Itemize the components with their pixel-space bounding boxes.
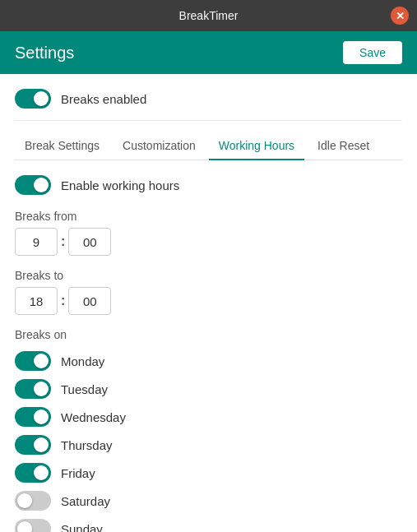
breaks-from-group: Breaks from : xyxy=(15,210,402,256)
breaks-on-label: Breaks on xyxy=(15,328,402,341)
breaks-from-inputs: : xyxy=(15,228,402,256)
time-colon-2: : xyxy=(61,294,65,308)
thursday-toggle[interactable] xyxy=(15,435,51,455)
breaks-to-inputs: : xyxy=(15,287,402,315)
friday-label: Friday xyxy=(61,466,95,480)
friday-toggle[interactable] xyxy=(15,463,51,483)
day-row-friday: Friday xyxy=(15,463,402,483)
tuesday-label: Tuesday xyxy=(61,382,108,396)
tab-working-hours[interactable]: Working Hours xyxy=(209,132,304,160)
settings-header: Settings Save xyxy=(0,31,417,74)
monday-label: Monday xyxy=(61,354,104,368)
close-button[interactable]: ✕ xyxy=(391,7,409,25)
monday-toggle[interactable] xyxy=(15,351,51,371)
breaks-on-section: Breaks on Monday Tuesday xyxy=(15,328,402,532)
page-title: Settings xyxy=(15,44,74,62)
saturday-toggle[interactable] xyxy=(15,491,51,511)
tab-break-settings[interactable]: Break Settings xyxy=(15,132,109,160)
app-title: BreakTimer xyxy=(179,9,239,22)
breaks-to-label: Breaks to xyxy=(15,269,402,282)
breaks-from-hour[interactable] xyxy=(15,228,58,256)
save-button[interactable]: Save xyxy=(343,41,402,64)
breaks-from-label: Breaks from xyxy=(15,210,402,223)
tab-idle-reset[interactable]: Idle Reset xyxy=(308,132,379,160)
enable-working-hours-label: Enable working hours xyxy=(61,178,179,192)
tab-customization[interactable]: Customization xyxy=(113,132,206,160)
tuesday-toggle[interactable] xyxy=(15,379,51,399)
breaks-enabled-row: Breaks enabled xyxy=(15,74,402,121)
enable-working-hours-row: Enable working hours xyxy=(15,175,402,195)
day-row-saturday: Saturday xyxy=(15,491,402,511)
sunday-toggle[interactable] xyxy=(15,519,51,532)
enable-working-hours-toggle[interactable] xyxy=(15,175,51,195)
working-hours-section: Enable working hours Breaks from : Break… xyxy=(15,160,402,532)
day-row-sunday: Sunday xyxy=(15,519,402,532)
title-bar: BreakTimer ✕ xyxy=(0,0,417,31)
breaks-to-hour[interactable] xyxy=(15,287,58,315)
breaks-from-minute[interactable] xyxy=(68,228,111,256)
breaks-enabled-label: Breaks enabled xyxy=(61,92,146,106)
breaks-enabled-toggle[interactable] xyxy=(15,89,51,109)
day-row-wednesday: Wednesday xyxy=(15,407,402,427)
tabs-bar: Break Settings Customization Working Hou… xyxy=(15,121,402,160)
wednesday-label: Wednesday xyxy=(61,410,126,424)
content-area: Breaks enabled Break Settings Customizat… xyxy=(0,74,417,532)
breaks-to-minute[interactable] xyxy=(68,287,111,315)
day-row-thursday: Thursday xyxy=(15,435,402,455)
breaks-to-group: Breaks to : xyxy=(15,269,402,315)
wednesday-toggle[interactable] xyxy=(15,407,51,427)
day-row-tuesday: Tuesday xyxy=(15,379,402,399)
time-colon-1: : xyxy=(61,234,65,249)
sunday-label: Sunday xyxy=(61,522,103,533)
day-row-monday: Monday xyxy=(15,351,402,371)
thursday-label: Thursday xyxy=(61,438,113,452)
saturday-label: Saturday xyxy=(61,494,110,508)
